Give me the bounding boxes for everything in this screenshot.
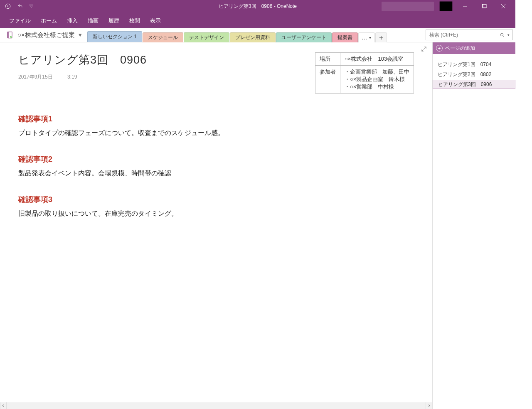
body-item: 確認事項1 プロトタイプの確認フェーズについて。収査までのスケジュール感。: [18, 114, 414, 138]
search-icon[interactable]: [498, 32, 506, 38]
chevron-down-icon: ▾: [369, 35, 371, 40]
notebook-icon: [5, 30, 15, 40]
page-list-item[interactable]: ヒアリング第1回 0704: [433, 60, 515, 69]
plus-icon: +: [436, 45, 443, 52]
account-area[interactable]: [382, 2, 434, 11]
attendee-row: ○×製品企画室 鈴木様: [345, 76, 409, 83]
section-tab-schedule[interactable]: スケジュール: [143, 32, 183, 42]
info-attendees-label: 参加者: [315, 66, 340, 94]
svg-point-0: [5, 4, 10, 9]
add-page-label: ページの追加: [445, 45, 475, 52]
notebook-picker[interactable]: ○×株式会社様ご提案 ▾: [3, 28, 86, 42]
page-body[interactable]: 確認事項1 プロトタイプの確認フェーズについて。収査までのスケジュール感。 確認…: [18, 114, 414, 218]
body-item: 確認事項3 旧製品の取り扱いについて。在庫完売のタイミング。: [18, 195, 414, 218]
info-place-label: 場所: [315, 53, 340, 66]
scroll-left-icon[interactable]: [0, 402, 7, 409]
info-table[interactable]: 場所 ○×株式会社 103会議室 参加者 企画営業部 加藤、田中 ○×製品企画室…: [315, 52, 414, 94]
page-list-item[interactable]: ヒアリング第2回 0802: [433, 70, 515, 79]
chevron-down-icon[interactable]: ▾: [77, 31, 83, 39]
body-item: 確認事項2 製品発表会イベント内容。会場規模、時間帯の確認: [18, 154, 414, 178]
attendee-row: 企画営業部 加藤、田中: [345, 68, 409, 76]
item-heading: 確認事項3: [18, 195, 414, 204]
scroll-right-filler: [432, 402, 515, 409]
add-page-button[interactable]: + ページの追加: [433, 42, 515, 54]
page-canvas[interactable]: ヒアリング第3回 0906 2017年9月15日 3:19 場所 ○×株式会社 …: [0, 42, 432, 402]
page-time: 3:19: [67, 74, 77, 80]
customize-quickaccess-icon[interactable]: [27, 1, 35, 12]
page-title[interactable]: ヒアリング第3回 0906: [18, 52, 160, 70]
ribbon-tab-insert[interactable]: 挿入: [62, 15, 83, 27]
section-tab-new[interactable]: 新しいセクション 1: [87, 31, 142, 42]
svg-point-14: [500, 33, 503, 36]
ellipsis-icon: ...: [362, 35, 367, 41]
page-list-sidebar: + ページの追加 ヒアリング第1回 0704 ヒアリング第2回 0802 ヒアリ…: [432, 42, 515, 402]
section-tabs: 新しいセクション 1 スケジュール テストデザイン プレゼン用資料 ユーザーアン…: [87, 31, 387, 42]
ribbon-display-options-icon[interactable]: [436, 0, 456, 12]
ribbon-tab-history[interactable]: 履歴: [103, 15, 124, 27]
svg-rect-2: [440, 2, 453, 11]
ribbon-tab-file[interactable]: ファイル: [4, 15, 36, 27]
ribbon-tab-draw[interactable]: 描画: [83, 15, 103, 27]
add-section-button[interactable]: [375, 32, 387, 42]
item-heading: 確認事項1: [18, 114, 414, 124]
page-list-item[interactable]: ヒアリング第3回 0906: [433, 80, 515, 89]
item-heading: 確認事項2: [18, 154, 414, 164]
section-tab-testdesign[interactable]: テストデザイン: [184, 32, 229, 42]
section-tab-survey[interactable]: ユーザーアンケート: [276, 32, 332, 42]
scroll-right-icon[interactable]: [426, 402, 432, 409]
section-tab-proposal[interactable]: 提案書: [332, 32, 358, 42]
horizontal-scrollbar[interactable]: [0, 402, 515, 409]
attendee-row: ○×営業部 中村様: [345, 83, 409, 91]
title-bar: ヒアリング第3回 0906 - OneNote: [0, 0, 515, 12]
ribbon-tab-home[interactable]: ホーム: [36, 15, 62, 27]
close-icon[interactable]: [494, 0, 513, 12]
ribbon-tab-view[interactable]: 表示: [145, 15, 166, 27]
search-scope-chevron-icon[interactable]: ▾: [506, 33, 511, 37]
page-date: 2017年9月15日: [18, 74, 53, 80]
section-bar: ○×株式会社様ご提案 ▾ 新しいセクション 1 スケジュール テストデザイン プ…: [0, 28, 515, 42]
main-area: ヒアリング第3回 0906 2017年9月15日 3:19 場所 ○×株式会社 …: [0, 42, 515, 402]
minimize-icon[interactable]: [456, 0, 475, 12]
info-attendees-value: 企画営業部 加藤、田中 ○×製品企画室 鈴木様 ○×営業部 中村様: [340, 66, 414, 94]
notebook-name: ○×株式会社様ご提案: [17, 31, 75, 39]
info-place-value: ○×株式会社 103会議室: [340, 53, 414, 66]
svg-rect-10: [7, 32, 9, 38]
back-icon[interactable]: [2, 1, 13, 12]
item-text: 製品発表会イベント内容。会場規模、時間帯の確認: [18, 169, 414, 178]
maximize-icon[interactable]: [475, 0, 494, 12]
search-box[interactable]: ▾: [426, 30, 513, 40]
undo-icon[interactable]: [15, 1, 26, 12]
ribbon-tab-review[interactable]: 校閲: [124, 15, 145, 27]
item-text: プロトタイプの確認フェーズについて。収査までのスケジュール感。: [18, 129, 414, 138]
search-input[interactable]: [429, 32, 498, 38]
section-overflow[interactable]: ...▾: [358, 32, 375, 42]
svg-line-15: [502, 35, 504, 37]
item-text: 旧製品の取り扱いについて。在庫完売のタイミング。: [18, 209, 414, 218]
section-tab-presentation[interactable]: プレゼン用資料: [230, 32, 276, 42]
